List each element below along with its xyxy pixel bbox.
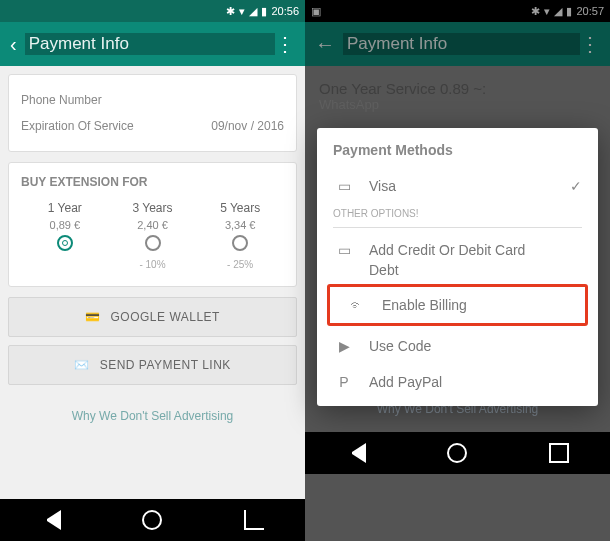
nav-back-icon[interactable]	[346, 443, 366, 463]
option-use-code[interactable]: ▶ Use Code	[317, 328, 598, 364]
wifi-icon: ▾	[239, 5, 245, 18]
back-icon[interactable]: ‹	[10, 33, 17, 56]
status-bar: ✱ ▾ ◢ ▮ 20:56	[0, 0, 305, 22]
send-payment-link-button[interactable]: ✉️ SEND PAYMENT LINK	[8, 345, 297, 385]
app-bar: ‹ Payment Info ⋮	[0, 22, 305, 66]
nav-home-icon[interactable]	[447, 443, 467, 463]
radio-icon[interactable]	[232, 235, 248, 251]
expiration-label: Expiration Of Service	[21, 119, 134, 133]
option-visa[interactable]: ▭ Visa	[317, 168, 598, 204]
dialog-title: Payment Methods	[317, 142, 598, 168]
nav-home-icon[interactable]	[142, 510, 162, 530]
battery-icon: ▮	[261, 5, 267, 18]
plan-3-years[interactable]: 3 Years 2,40 € - 10%	[109, 197, 197, 274]
radio-icon[interactable]	[57, 235, 73, 251]
option-add-paypal[interactable]: P Add PayPal	[317, 364, 598, 400]
option-add-card-sub: Debt	[317, 262, 598, 278]
other-options-label: OTHER OPTIONS!	[317, 204, 598, 223]
play-icon: ▶	[333, 338, 355, 354]
signal-icon: ◢	[249, 5, 257, 18]
option-enable-billing[interactable]: ᯤ Enable Billing	[330, 287, 585, 323]
card-icon: ▭	[333, 242, 355, 258]
account-card: Phone Number Expiration Of Service 09/no…	[8, 74, 297, 152]
plan-1-year[interactable]: 1 Year 0,89 €	[21, 197, 109, 274]
more-icon[interactable]: ⋮	[275, 32, 295, 56]
extension-card: BUY EXTENSION FOR 1 Year 0,89 € 3 Years …	[8, 162, 297, 287]
nav-recent-icon[interactable]	[244, 510, 264, 530]
radio-icon[interactable]	[145, 235, 161, 251]
expiration-value: 09/nov / 2016	[211, 119, 284, 133]
card-icon: ▭	[333, 178, 355, 194]
paypal-icon: P	[333, 374, 355, 390]
plan-5-years[interactable]: 5 Years 3,34 € - 25%	[196, 197, 284, 274]
bluetooth-icon: ✱	[226, 5, 235, 18]
nav-bar	[0, 499, 305, 541]
payment-methods-dialog: Payment Methods ▭ Visa OTHER OPTIONS! ▭ …	[317, 128, 598, 406]
wallet-icon: 💳	[85, 310, 101, 324]
status-time: 20:56	[271, 5, 299, 17]
mail-icon: ✉️	[74, 358, 90, 372]
nav-bar	[305, 432, 610, 474]
google-wallet-button[interactable]: 💳 GOOGLE WALLET	[8, 297, 297, 337]
highlight-enable-billing: ᯤ Enable Billing	[327, 284, 588, 326]
ads-link[interactable]: Why We Don't Sell Advertising	[8, 393, 297, 439]
nav-recent-icon[interactable]	[549, 443, 569, 463]
buy-extension-label: BUY EXTENSION FOR	[21, 175, 284, 189]
nav-back-icon[interactable]	[41, 510, 61, 530]
page-title: Payment Info	[25, 33, 275, 55]
antenna-icon: ᯤ	[346, 297, 368, 313]
phone-label: Phone Number	[21, 93, 102, 107]
